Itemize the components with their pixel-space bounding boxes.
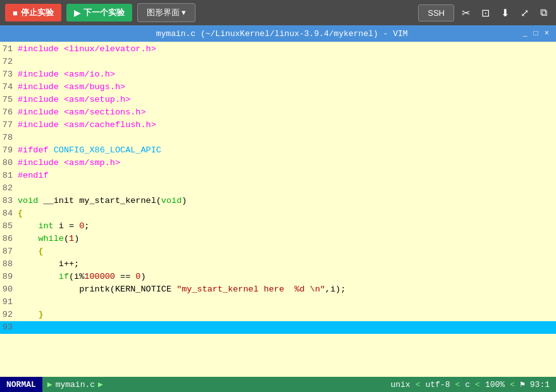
cut-icon[interactable]: ✂ xyxy=(458,4,474,21)
stop-experiment-button[interactable]: ■ 停止实验 xyxy=(5,4,61,21)
code-line-88: 88 i++; xyxy=(0,258,556,271)
code-line-85: 85 int i = 0; xyxy=(0,220,556,233)
code-line-79: 79 #ifdef CONFIG_X86_LOCAL_APIC xyxy=(0,144,556,157)
maximize-button[interactable]: □ xyxy=(532,29,540,38)
code-line-86: 86 while(1) xyxy=(0,233,556,245)
minimize-button[interactable]: _ xyxy=(521,29,529,38)
code-line-93: 93 xyxy=(0,321,556,334)
divider4: < xyxy=(510,380,515,389)
code-line-84: 84 { xyxy=(0,207,556,220)
toolbar-right: SSH ✂ ⊡ ⬇ ⤢ ⧉ xyxy=(418,4,551,21)
percent: 100% xyxy=(485,380,505,389)
statusbar: NORMAL ▶ mymain.c ▶ unix < utf-8 < c < 1… xyxy=(0,377,556,392)
divider3: < xyxy=(475,380,480,389)
position: 93:1 xyxy=(530,380,550,389)
gui-button[interactable]: 图形界面 ▾ xyxy=(137,3,196,22)
code-line-87: 87 { xyxy=(0,245,556,258)
code-area: 71 #include <linux/elevator.h> 72 73 #in… xyxy=(0,42,556,377)
code-line-75: 75 #include <asm/setup.h> xyxy=(0,94,556,106)
code-line-89: 89 if(i%100000 == 0) xyxy=(0,271,556,283)
fullscreen-icon[interactable]: ⤢ xyxy=(517,4,533,21)
utf-encoding: utf-8 xyxy=(425,380,450,389)
code-line-90: 90 printk(KERN_NOTICE "my_start_kernel h… xyxy=(0,283,556,296)
divider2: < xyxy=(455,380,460,389)
window-controls: _ □ × xyxy=(521,29,551,38)
copy-icon[interactable]: ⊡ xyxy=(478,4,493,21)
vim-title: mymain.c (~/LinuxKernel/linux-3.9.4/myke… xyxy=(43,29,521,39)
external-icon[interactable]: ⧉ xyxy=(536,4,551,21)
next-experiment-button[interactable]: ▶ 下一个实验 xyxy=(66,4,132,21)
download-icon[interactable]: ⬇ xyxy=(497,4,513,21)
code-line-78: 78 xyxy=(0,132,556,144)
code-line-83: 83 void __init my_start_kernel(void) xyxy=(0,195,556,207)
toolbar: ■ 停止实验 ▶ 下一个实验 图形界面 ▾ SSH ✂ ⊡ ⬇ ⤢ ⧉ xyxy=(0,0,556,25)
code-line-81: 81 #endif xyxy=(0,169,556,182)
statusbar-right: unix < utf-8 < c < 100% < ⚑ 93:1 xyxy=(390,379,556,389)
stop-icon: ■ xyxy=(13,8,18,18)
code-line-80: 80 #include <asm/smp.h> xyxy=(0,157,556,169)
statusbar-filename: ▶ mymain.c ▶ xyxy=(42,377,108,392)
ssh-button[interactable]: SSH xyxy=(418,4,454,21)
code-content: 71 #include <linux/elevator.h> 72 73 #in… xyxy=(0,42,556,377)
close-button[interactable]: × xyxy=(543,29,551,38)
play-icon: ▶ xyxy=(47,379,53,389)
code-line-91: 91 xyxy=(0,296,556,309)
code-line-92: 92 } xyxy=(0,309,556,321)
next-arrow: ▶ xyxy=(98,379,103,389)
code-line-74: 74 #include <asm/bugs.h> xyxy=(0,81,556,94)
lang: c xyxy=(465,380,470,389)
code-line-72: 72 xyxy=(0,56,556,68)
vim-window: mymain.c (~/LinuxKernel/linux-3.9.4/myke… xyxy=(0,25,556,392)
code-line-76: 76 #include <asm/sections.h> xyxy=(0,106,556,119)
code-line-73: 73 #include <asm/io.h> xyxy=(0,68,556,81)
next-icon: ▶ xyxy=(74,8,80,18)
code-line-77: 77 #include <asm/cacheflush.h> xyxy=(0,119,556,132)
encoding: unix xyxy=(390,380,410,389)
vim-titlebar: mymain.c (~/LinuxKernel/linux-3.9.4/myke… xyxy=(0,25,556,42)
code-line-71: 71 #include <linux/elevator.h> xyxy=(0,43,556,56)
vim-mode: NORMAL xyxy=(0,377,42,392)
flag-icon: ⚑ xyxy=(520,379,525,389)
code-line-82: 82 xyxy=(0,182,556,195)
divider1: < xyxy=(416,380,421,389)
